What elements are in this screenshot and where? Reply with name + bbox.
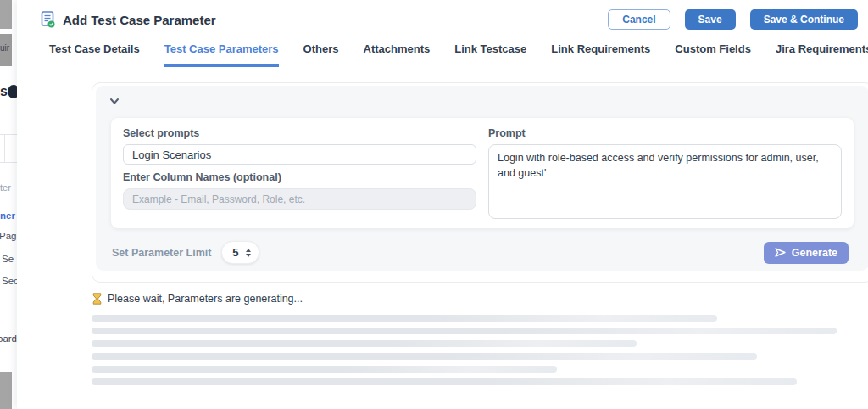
- save-button[interactable]: Save: [685, 9, 736, 30]
- screen: uir s ter ner Pag Se Sec oard Ad: [0, 0, 868, 409]
- skeleton-bar: [92, 340, 637, 347]
- tab-link-requirements[interactable]: Link Requirements: [551, 42, 650, 67]
- underlay-block: [0, 0, 12, 29]
- loading-status: Please wait, Parameters are generating..…: [92, 293, 303, 305]
- underlay-table-fragment: [0, 134, 17, 163]
- underlay-text-fragment: oard: [0, 333, 17, 344]
- column-names-input[interactable]: [123, 188, 476, 210]
- send-arrow-icon: [775, 248, 786, 257]
- generate-button-label: Generate: [792, 247, 837, 259]
- background-page-strip: uir s ter ner Pag Se Sec oard: [0, 0, 17, 409]
- underlay-text-fragment: Se: [2, 254, 14, 264]
- parameter-limit-value[interactable]: [231, 246, 241, 259]
- underlay-text-fragment: s: [0, 84, 8, 99]
- prompt-textarea[interactable]: Login with role-based access and verify …: [488, 144, 842, 219]
- underlay-text-fragment: ter: [0, 182, 11, 193]
- underlay-text-fragment: Sec: [2, 276, 17, 286]
- header-actions: Cancel Save Save & Continue: [608, 9, 858, 30]
- skeleton-bar: [92, 378, 797, 385]
- cancel-button[interactable]: Cancel: [608, 9, 670, 30]
- parameter-limit-row: Set Parameter Limit: [112, 241, 849, 264]
- tab-others[interactable]: Others: [303, 42, 339, 67]
- parameter-limit-label: Set Parameter Limit: [112, 247, 211, 259]
- accordion-panel: Select prompts Enter Column Names (optio…: [96, 86, 868, 271]
- generate-button[interactable]: Generate: [764, 242, 849, 264]
- chevron-down-icon[interactable]: [108, 95, 120, 107]
- panel-header: Add Test Case Parameter: [41, 8, 216, 31]
- underlay-badge-circle: [8, 85, 17, 98]
- tab-test-case-parameters[interactable]: Test Case Parameters: [164, 42, 279, 67]
- skeleton-bar: [92, 328, 837, 334]
- save-and-continue-button[interactable]: Save & Continue: [750, 9, 858, 30]
- prompt-form: Select prompts Enter Column Names (optio…: [111, 118, 854, 228]
- parameter-limit-stepper[interactable]: [221, 241, 259, 264]
- underlay-text-fragment: Pag: [0, 231, 16, 241]
- select-prompts-input[interactable]: [123, 144, 476, 165]
- select-prompts-label: Select prompts: [123, 127, 476, 139]
- skeleton-loader: [92, 315, 837, 391]
- hourglass-icon: [92, 293, 102, 305]
- add-test-case-parameter-panel: Add Test Case Parameter Cancel Save Save…: [17, 0, 868, 409]
- stepper-arrows-icon[interactable]: [246, 249, 251, 257]
- prompt-label: Prompt: [488, 127, 842, 139]
- column-names-label: Enter Column Names (optional): [123, 171, 476, 183]
- underlay-text-fragment: ner: [0, 210, 15, 221]
- tab-link-testcase[interactable]: Link Testcase: [454, 42, 526, 67]
- underlay-block: [0, 372, 12, 409]
- skeleton-bar: [92, 315, 717, 322]
- page-title: Add Test Case Parameter: [63, 13, 216, 27]
- tab-test-case-details[interactable]: Test Case Details: [49, 42, 140, 67]
- skeleton-bar: [92, 353, 757, 360]
- tab-bar: Test Case DetailsTest Case ParametersOth…: [49, 42, 868, 67]
- prompt-form-right-column: Prompt Login with role-based access and …: [488, 127, 842, 219]
- tab-attachments[interactable]: Attachments: [364, 42, 431, 67]
- skeleton-bar: [92, 366, 557, 373]
- tab-custom-fields[interactable]: Custom Fields: [675, 42, 751, 67]
- tab-jira-requirements[interactable]: Jira Requirements: [776, 42, 868, 67]
- prompt-form-left-column: Select prompts Enter Column Names (optio…: [123, 127, 476, 219]
- loading-message: Please wait, Parameters are generating..…: [108, 293, 303, 305]
- parameter-generator-card: Select prompts Enter Column Names (optio…: [92, 82, 868, 283]
- document-check-icon: [41, 11, 55, 28]
- underlay-text-fragment: uir: [0, 43, 9, 53]
- section-divider: [47, 283, 860, 283]
